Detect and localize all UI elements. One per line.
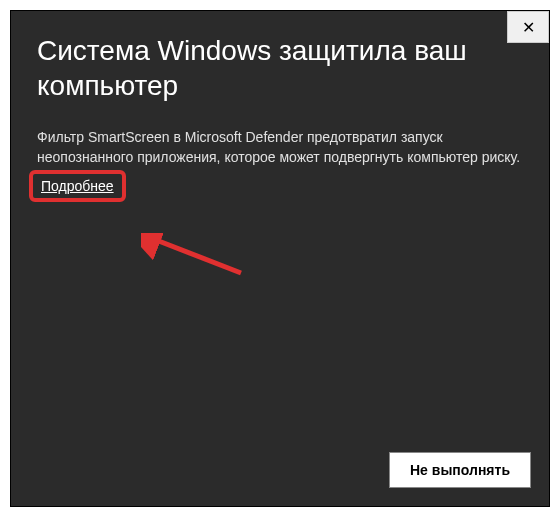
more-info-link[interactable]: Подробнее [41,178,114,194]
smartscreen-dialog: ✕ Система Windows защитила ваш компьютер… [10,10,550,507]
dialog-body: Фильтр SmartScreen в Microsoft Defender … [37,127,523,168]
close-button[interactable]: ✕ [507,11,549,43]
annotation-highlight: Подробнее [29,170,126,202]
dont-run-button[interactable]: Не выполнять [389,452,531,488]
close-icon: ✕ [522,18,535,37]
dialog-title: Система Windows защитила ваш компьютер [37,33,523,103]
annotation-arrow-icon [141,233,261,283]
dialog-footer: Не выполнять [389,452,531,488]
dialog-content: Система Windows защитила ваш компьютер Ф… [11,11,549,224]
svg-line-1 [151,238,241,273]
